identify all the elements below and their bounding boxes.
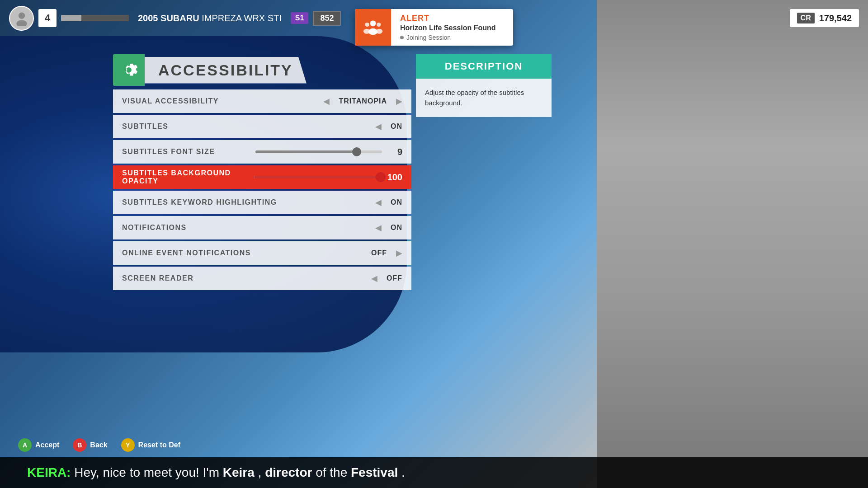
label-bg-opacity: SUBTITLES BACKGROUND OPACITY [122,169,254,185]
svg-point-6 [377,23,381,27]
setting-row-font-size[interactable]: SUBTITLES FONT SIZE 9 [113,140,411,164]
alert-dot [400,36,404,39]
subtitle-speaker: KEIRA: [27,465,71,479]
button-b[interactable]: B [73,438,86,452]
alert-box: ALERT Horizon Life Session Found Joining… [355,9,513,46]
svg-point-0 [18,12,24,19]
button-y[interactable]: Y [121,438,135,452]
player-info: 4 2005 SUBARU IMPREZA WRX STI S1 852 [9,6,341,31]
panel-title: ACCESSIBILITY [145,57,307,84]
xp-bar [61,15,129,21]
subtitle-bold1: Keira [223,465,255,479]
slider-fill-font-size [255,150,357,153]
arrow-left-visual[interactable]: ◀ [323,96,330,106]
alert-subtitle: Horizon Life Session Found [400,24,504,32]
description-header: DESCRIPTION [416,54,552,79]
slider-bg-opacity[interactable]: 100 [254,172,402,183]
setting-row-visual-accessibility[interactable]: VISUAL ACCESSIBILITY ◀ TRITANOPIA ▶ [113,89,411,113]
description-panel: DESCRIPTION Adjust the opacity of the su… [416,54,552,117]
gear-icon-box [113,54,145,86]
setting-row-screen-reader[interactable]: SCREEN READER ◀ OFF [113,267,411,290]
slider-fill-bg-opacity [254,176,381,178]
car-name: 2005 SUBARU IMPREZA WRX STI [138,13,282,23]
pi-badge: 852 [313,11,341,26]
label-notifications: NOTIFICATIONS [122,224,375,232]
arrow-right-visual[interactable]: ▶ [396,96,402,106]
description-text: Adjust the opacity of the subtitles back… [425,88,542,108]
cr-display: CR 179,542 [790,9,859,27]
slider-number-font-size: 9 [389,147,402,157]
gear-icon [119,60,139,80]
svg-point-7 [376,28,382,33]
accessibility-panel: ACCESSIBILITY VISUAL ACCESSIBILITY ◀ TRI… [113,54,411,290]
svg-point-4 [365,23,369,27]
subtitle-bold3: Festival [351,465,398,479]
label-screen-reader: SCREEN READER [122,274,371,282]
label-visual-accessibility: VISUAL ACCESSIBILITY [122,97,323,105]
arrow-right-online-events[interactable]: ▶ [396,248,402,258]
svg-point-1 [16,20,27,27]
cr-label: CR [797,13,815,23]
slider-track-font-size [255,150,382,153]
label-keyword-highlight: SUBTITLES KEYWORD HIGHLIGHTING [122,198,375,206]
value-screen-reader: OFF [387,274,402,282]
setting-row-subtitles[interactable]: SUBTITLES ◀ ON [113,115,411,138]
label-back: Back [90,441,107,449]
control-back[interactable]: B Back [73,438,107,452]
control-accept[interactable]: A Accept [18,438,59,452]
value-keyword-highlight: ON [391,198,402,206]
label-subtitles: SUBTITLES [122,122,375,131]
alert-icon [355,9,391,46]
panel-header: ACCESSIBILITY [113,54,411,86]
arrow-left-subtitles[interactable]: ◀ [375,122,382,131]
alert-content: ALERT Horizon Life Session Found Joining… [391,9,513,46]
value-notifications: ON [391,224,402,232]
label-accept: Accept [35,441,59,449]
alert-status: Joining Session [400,34,504,41]
label-reset: Reset to Def [138,441,180,449]
setting-row-online-events[interactable]: ONLINE EVENT NOTIFICATIONS OFF ▶ [113,241,411,265]
setting-row-notifications[interactable]: NOTIFICATIONS ◀ ON [113,216,411,239]
alert-title: ALERT [400,14,504,23]
subtitle-middle1: , [258,465,265,479]
subtitle-end: . [401,465,405,479]
arrow-left-notifications[interactable]: ◀ [375,223,382,233]
arrow-left-keyword[interactable]: ◀ [375,197,382,207]
slider-thumb-font-size[interactable] [352,147,361,156]
setting-row-keyword-highlight[interactable]: SUBTITLES KEYWORD HIGHLIGHTING ◀ ON [113,191,411,214]
label-font-size: SUBTITLES FONT SIZE [122,148,255,156]
car-right [597,0,868,488]
player-level: 4 [38,9,57,27]
slider-track-bg-opacity [254,176,381,178]
label-online-events: ONLINE EVENT NOTIFICATIONS [122,249,371,257]
svg-point-5 [363,28,370,33]
button-a[interactable]: A [18,438,32,452]
control-reset[interactable]: Y Reset to Def [121,438,180,452]
subtitle-text-before: Hey, nice to meet you! I'm [74,465,223,479]
value-subtitles: ON [391,122,402,131]
setting-row-bg-opacity[interactable]: SUBTITLES BACKGROUND OPACITY 100 [113,165,411,189]
controls-bar: A Accept B Back Y Reset to Def [0,438,868,452]
arrow-left-screen-reader[interactable]: ◀ [371,273,377,283]
slider-thumb-bg-opacity[interactable] [376,172,386,182]
slider-font-size[interactable]: 9 [255,147,402,157]
subtitle-text: KEIRA: Hey, nice to meet you! I'm Keira … [27,465,405,480]
season-badge: S1 [291,12,309,24]
xp-fill [61,15,81,21]
subtitle-bar: KEIRA: Hey, nice to meet you! I'm Keira … [0,457,868,488]
cr-value: 179,542 [819,13,852,23]
description-body: Adjust the opacity of the subtitles back… [416,79,552,117]
svg-point-2 [370,20,376,26]
settings-list: VISUAL ACCESSIBILITY ◀ TRITANOPIA ▶ SUBT… [113,89,411,290]
value-visual-accessibility: TRITANOPIA [339,97,387,105]
avatar [9,6,34,31]
value-online-events: OFF [371,249,387,257]
slider-number-bg-opacity: 100 [387,172,402,183]
subtitle-middle2: of the [316,465,351,479]
subtitle-bold2: director [265,465,312,479]
